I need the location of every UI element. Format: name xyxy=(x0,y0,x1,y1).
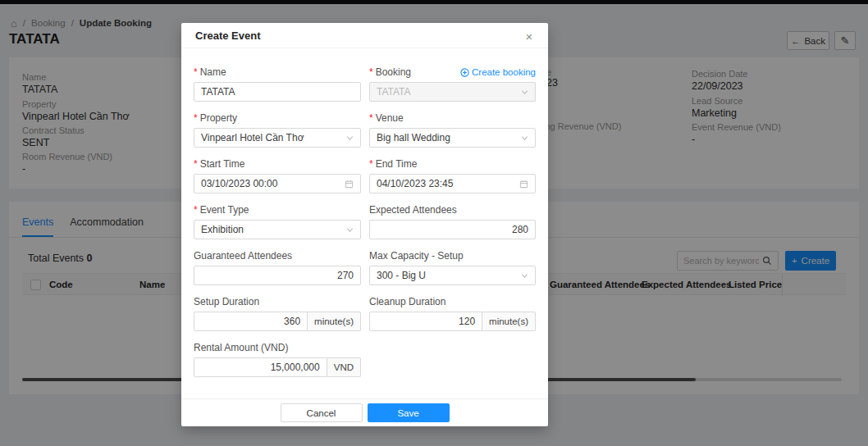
calendar-icon xyxy=(519,180,528,189)
max-capacity-select[interactable]: 300 - Big U xyxy=(369,266,536,285)
cancel-button[interactable]: Cancel xyxy=(281,403,363,422)
create-event-modal: Create Event × * Name * Booking xyxy=(181,23,548,426)
field-end-time: * End Time 04/10/2023 23:45 xyxy=(369,157,536,193)
name-input[interactable] xyxy=(201,86,354,98)
modal-header: Create Event × xyxy=(181,23,548,48)
guaranteed-attendees-input[interactable] xyxy=(201,270,354,281)
create-booking-link[interactable]: Create booking xyxy=(460,67,536,77)
cleanup-duration-input[interactable] xyxy=(377,316,475,327)
field-start-time: * Start Time 03/10/2023 00:00 xyxy=(194,157,361,193)
required-marker: * xyxy=(369,66,373,78)
field-booking: * Booking Create booking TATATA xyxy=(369,66,536,102)
chevron-down-icon xyxy=(346,226,354,234)
calendar-icon xyxy=(345,180,354,189)
required-marker: * xyxy=(194,158,198,170)
cleanup-duration-unit: minute(s) xyxy=(482,312,536,331)
required-marker: * xyxy=(194,112,198,124)
event-type-select[interactable]: Exhibition xyxy=(194,220,361,239)
field-event-type: * Event Type Exhibition xyxy=(194,203,361,239)
expected-attendees-input[interactable] xyxy=(377,224,528,235)
start-time-picker[interactable]: 03/10/2023 00:00 xyxy=(194,174,361,193)
chevron-down-icon xyxy=(521,272,528,280)
field-expected-attendees: Expected Attendees xyxy=(369,203,536,239)
field-guaranteed-attendees: Guaranteed Attendees xyxy=(194,249,361,285)
field-rental-amount: Rental Amount (VND) VND xyxy=(194,341,361,377)
booking-select[interactable]: TATATA xyxy=(369,82,536,102)
plus-circle-icon xyxy=(460,68,469,77)
field-property: * Property Vinpearl Hotel Cần Thơ xyxy=(194,112,361,148)
venue-select[interactable]: Big hall Wedding xyxy=(369,128,536,148)
close-icon[interactable]: × xyxy=(520,27,538,45)
setup-duration-input[interactable] xyxy=(201,316,300,327)
required-marker: * xyxy=(194,204,198,216)
field-setup-duration: Setup Duration minute(s) xyxy=(194,295,361,331)
rental-amount-unit: VND xyxy=(327,357,361,377)
chevron-down-icon xyxy=(521,89,528,96)
field-max-capacity: Max Capacity - Setup 300 - Big U xyxy=(369,249,536,285)
chevron-down-icon xyxy=(521,134,528,142)
required-marker: * xyxy=(369,158,373,170)
save-button[interactable]: Save xyxy=(368,403,450,422)
field-name: * Name xyxy=(194,66,361,102)
property-select[interactable]: Vinpearl Hotel Cần Thơ xyxy=(194,128,361,148)
rental-amount-input[interactable] xyxy=(201,362,320,373)
field-cleanup-duration: Cleanup Duration minute(s) xyxy=(369,295,536,331)
end-time-picker[interactable]: 04/10/2023 23:45 xyxy=(369,174,536,193)
chevron-down-icon xyxy=(346,134,354,142)
modal-title: Create Event xyxy=(195,30,260,42)
required-marker: * xyxy=(194,66,198,78)
modal-footer: Cancel Save xyxy=(181,398,548,426)
screen: ⌂ / Booking / Update Booking TATATA ← Ba… xyxy=(0,0,868,446)
field-venue: * Venue Big hall Wedding xyxy=(369,112,536,148)
required-marker: * xyxy=(369,112,373,124)
setup-duration-unit: minute(s) xyxy=(308,312,361,331)
